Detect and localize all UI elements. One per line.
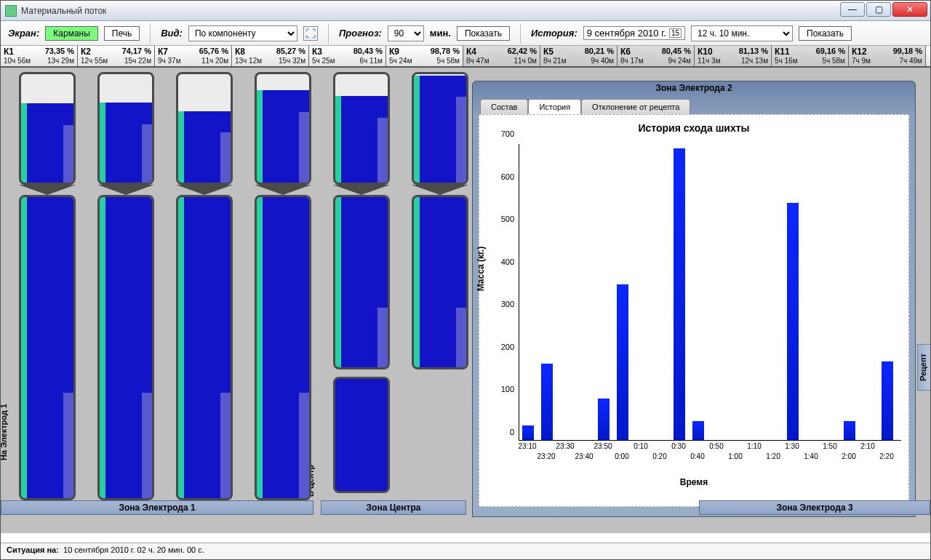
close-button[interactable]: ✕: [892, 2, 927, 17]
show-button-2[interactable]: Показать: [799, 26, 852, 41]
column-К6[interactable]: К680,45 % 8ч 17м9ч 24м: [618, 46, 695, 66]
column-К12[interactable]: К1299,18 % 7ч 9м7ч 49м: [849, 46, 926, 66]
column-К1[interactable]: К173,35 % 10ч 56м13ч 29м: [1, 46, 78, 66]
column-К4[interactable]: К462,42 % 8ч 47м11ч 0м: [463, 46, 540, 66]
bar-23:10: [522, 425, 534, 440]
fullscreen-icon[interactable]: ⛶: [303, 26, 318, 41]
bar-1:30: [787, 203, 799, 440]
column-К7[interactable]: К765,76 % 9ч 37м11ч 20м: [155, 46, 232, 66]
time-select[interactable]: 12 ч. 10 мин.: [691, 25, 793, 41]
bar-23:50: [598, 399, 610, 440]
column-К10[interactable]: К1081,13 % 11ч 3м12ч 13м: [695, 46, 772, 66]
date-picker[interactable]: 9 сентября 2010 г. 15: [583, 26, 685, 40]
minimize-button[interactable]: —: [840, 2, 865, 17]
electrode-panel: Зона Электрода 2 Состав История Отклонен…: [472, 81, 916, 517]
recipe-side-tab[interactable]: Рецепт: [917, 344, 930, 391]
bar-0:30: [674, 148, 685, 440]
main-area: На Электрод 1 В Центр: [1, 68, 930, 533]
view-label: Вид:: [161, 28, 183, 39]
tab-compose[interactable]: Состав: [480, 99, 528, 114]
forecast-label: Прогноз:: [339, 28, 382, 39]
silo-K9[interactable]: [402, 72, 478, 500]
column-К9[interactable]: К998,78 % 5ч 24м5ч 58м: [386, 46, 463, 66]
silo-K8[interactable]: [245, 72, 321, 500]
zone-2[interactable]: Зона Центра: [321, 500, 466, 515]
vlabel-left: На Электрод 1: [1, 404, 8, 460]
pockets-button[interactable]: Карманы: [45, 26, 98, 41]
silo-K2[interactable]: [88, 72, 164, 500]
show-button-1[interactable]: Показать: [457, 26, 510, 41]
history-label: История:: [531, 28, 578, 39]
calendar-icon[interactable]: 15: [669, 28, 682, 38]
x-axis-label: Время: [484, 477, 904, 487]
silo-K7[interactable]: [167, 72, 242, 500]
column-К3[interactable]: К380,43 % 5ч 25м6ч 11м: [309, 46, 386, 66]
chart-box: История схода шихты Масса (кг.) 01002003…: [479, 114, 909, 507]
bar-0:40: [692, 421, 704, 440]
furnace-button[interactable]: Печь: [104, 26, 140, 41]
silos-row: [9, 72, 478, 500]
silo-merge-lower: [333, 377, 390, 493]
plot-area: [519, 144, 901, 441]
zone-3[interactable]: Зона Электрода 3: [699, 500, 930, 515]
view-select[interactable]: По компоненту: [188, 25, 297, 41]
titlebar: Материальный поток — ▢ ✕: [1, 1, 930, 21]
window-title: Материальный поток: [21, 6, 106, 16]
app-icon: [5, 5, 17, 17]
panel-title: Зона Электрода 2: [473, 81, 915, 95]
forecast-select[interactable]: 90: [388, 25, 424, 41]
bar-2:00: [844, 421, 855, 440]
bar-2:20: [882, 361, 893, 440]
zone-bar: Зона Электрода 1 Зона Центра Зона Электр…: [1, 500, 930, 515]
column-К2[interactable]: К274,17 % 12ч 55м15ч 22м: [78, 46, 155, 66]
toolbar: Экран: Карманы Печь Вид: По компоненту ⛶…: [1, 21, 930, 46]
forecast-unit: мин.: [430, 28, 451, 39]
tab-deviation[interactable]: Отклонение от рецепта: [581, 99, 690, 114]
maximize-button[interactable]: ▢: [866, 2, 891, 17]
tab-history[interactable]: История: [528, 99, 581, 114]
column-К5[interactable]: К580,21 % 8ч 21м9ч 40м: [540, 46, 618, 66]
zone-1[interactable]: Зона Электрода 1: [1, 500, 313, 515]
silo-K1[interactable]: [9, 72, 85, 500]
column-К11[interactable]: К1169,16 % 5ч 16м5ч 58м: [772, 46, 849, 66]
bar-0:00: [617, 284, 628, 440]
chart-title: История схода шихты: [484, 122, 904, 134]
column-К8[interactable]: К885,27 % 13ч 12м15ч 32м: [232, 46, 309, 66]
screen-label: Экран:: [8, 28, 39, 39]
bar-23:20: [541, 364, 553, 440]
status-bar: Ситуация на: 10 сентября 2010 г. 02 ч. 2…: [1, 543, 930, 559]
column-headers: К173,35 % 10ч 56м13ч 29мК274,17 % 12ч 55…: [1, 46, 930, 68]
